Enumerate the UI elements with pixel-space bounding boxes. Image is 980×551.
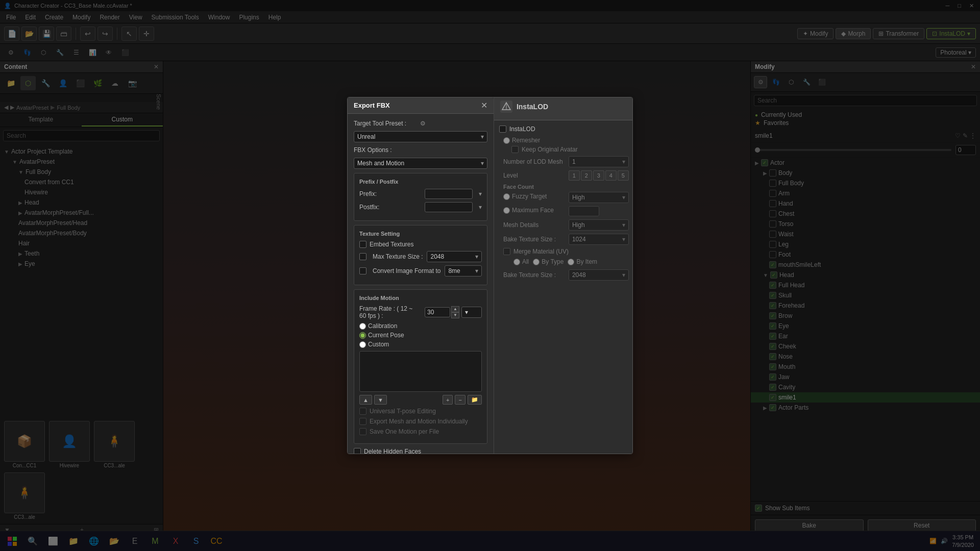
num-lod-value: 1	[572, 158, 576, 165]
save-one-motion-check[interactable]	[359, 428, 366, 435]
export-mesh-motion-label: Export Mesh and Motion Individually	[370, 418, 468, 425]
mesh-details-arrow: ▾	[622, 221, 625, 229]
export-mesh-motion-check[interactable]	[359, 418, 366, 425]
modal-left: Export FBX ✕ Target Tool Preset : ⚙ Unre…	[348, 97, 494, 454]
motion-folder-btn[interactable]: 📁	[468, 395, 482, 405]
embed-textures-check[interactable]	[359, 241, 366, 248]
convert-image-select[interactable]: 8me ▾	[445, 265, 482, 277]
current-pose-radio: Current Pose	[359, 332, 482, 339]
fuzzy-radio-input[interactable]	[503, 193, 510, 200]
bake-texture2-select[interactable]: 2048 ▾	[569, 269, 629, 281]
fuzzy-target-row: Fuzzy Target High ▾	[503, 192, 629, 203]
frame-rate-up[interactable]: ▲	[451, 306, 459, 312]
merge-type-radios: All By Type By Item	[503, 258, 629, 267]
custom-radio-label[interactable]: Custom	[368, 341, 389, 348]
postfix-dropdown-btn[interactable]: ▾	[479, 204, 482, 211]
convert-image-value: 8me	[448, 267, 460, 274]
target-preset-select-row: Unreal ▾	[354, 131, 487, 142]
instalod-logo-svg	[501, 102, 511, 112]
modal-close-btn[interactable]: ✕	[481, 101, 487, 110]
fuzzy-target-arrow: ▾	[622, 194, 625, 201]
face-count-label: Face Count	[503, 184, 629, 190]
remesher-radio-input[interactable]	[503, 137, 510, 144]
by-item-radio-label[interactable]: By Item	[576, 258, 597, 265]
frame-rate-down[interactable]: ▼	[451, 312, 459, 318]
save-one-motion-row: Save One Motion per File	[359, 428, 482, 435]
target-preset-select[interactable]: Unreal ▾	[354, 131, 487, 142]
level-btn-5[interactable]: 5	[618, 170, 629, 181]
frame-rate-input[interactable]	[425, 307, 450, 317]
prefix-dropdown-btn[interactable]: ▾	[479, 190, 482, 197]
gear-icon[interactable]: ⚙	[420, 120, 426, 127]
calibration-radio-input[interactable]	[359, 323, 366, 330]
motion-up-btn[interactable]: ▲	[359, 395, 372, 405]
prefix-postfix-title: Prefix / Postfix	[359, 179, 482, 185]
convert-image-arrow: ▾	[475, 267, 478, 274]
embed-textures-label: Embed Textures	[370, 241, 414, 248]
by-type-radio-label[interactable]: By Type	[542, 258, 564, 265]
frame-rate-row: Frame Rate : ( 12 ~ 60 fps ) : ▲ ▼ ▾	[359, 305, 482, 319]
fbx-options-select-row: Mesh and Motion ▾	[354, 158, 487, 169]
num-lod-row: Number of LOD Mesh 1 ▾	[503, 156, 629, 167]
remesher-radio: Remesher	[503, 137, 629, 144]
fuzzy-target-select[interactable]: High ▾	[569, 192, 629, 203]
all-radio-input[interactable]	[513, 259, 520, 265]
instalod-main-check[interactable]	[499, 126, 506, 133]
max-texture-check[interactable]	[359, 253, 366, 260]
all-radio-label[interactable]: All	[522, 258, 529, 265]
texture-section: Texture Setting Embed Textures Max Textu…	[354, 225, 487, 285]
fbx-options-select[interactable]: Mesh and Motion ▾	[354, 158, 487, 169]
level-btn-2[interactable]: 2	[581, 170, 592, 181]
all-radio: All	[513, 258, 529, 265]
level-label: Level	[503, 172, 565, 179]
merge-material-label: Merge Material (UV)	[513, 248, 569, 255]
frame-rate-unit-select[interactable]: ▾	[461, 307, 482, 318]
universal-pose-row: Universal T-pose Editing	[359, 408, 482, 415]
level-btn-1[interactable]: 1	[569, 170, 580, 181]
max-texture-label: Max Texture Size :	[373, 253, 423, 260]
current-pose-radio-input[interactable]	[359, 332, 366, 339]
modal-right: InstaLOD InstaLOD Remesher	[494, 97, 633, 454]
max-texture-row: Max Texture Size : 2048 ▾	[359, 251, 482, 262]
fbx-options-value: Mesh and Motion	[357, 160, 404, 167]
fuzzy-target-radio-row: Fuzzy Target	[503, 193, 565, 200]
motion-remove-btn[interactable]: −	[455, 395, 465, 405]
mesh-details-value: High	[572, 221, 585, 229]
motion-section: Include Motion Frame Rate : ( 12 ~ 60 fp…	[354, 289, 487, 444]
motion-add-btn[interactable]: +	[443, 395, 453, 405]
postfix-input[interactable]	[425, 202, 473, 212]
num-lod-select[interactable]: 1 ▾	[569, 156, 629, 167]
custom-radio-input[interactable]	[359, 341, 366, 348]
universal-pose-check[interactable]	[359, 408, 366, 415]
instalod-main-label: InstaLOD	[509, 126, 535, 133]
bake-texture-select[interactable]: 1024 ▾	[569, 234, 629, 245]
custom-radio: Custom	[359, 341, 482, 348]
merge-material-check[interactable]	[503, 248, 510, 255]
prefix-label: Prefix:	[359, 190, 421, 197]
by-item-radio-input[interactable]	[568, 259, 574, 265]
calibration-radio-label[interactable]: Calibration	[368, 322, 397, 330]
current-pose-radio-label[interactable]: Current Pose	[368, 332, 404, 339]
num-lod-label: Number of LOD Mesh	[503, 158, 565, 165]
fbx-options-label-row: FBX Options :	[354, 146, 487, 154]
remesher-radio-label[interactable]: Remesher	[512, 137, 540, 144]
max-face-radio-label[interactable]: Maximum Face	[512, 207, 554, 214]
max-texture-select[interactable]: 2048 ▾	[427, 251, 481, 262]
mesh-details-select[interactable]: High ▾	[569, 219, 629, 231]
convert-image-row: Convert Image Format to 8me ▾	[359, 265, 482, 277]
level-btn-3[interactable]: 3	[593, 170, 604, 181]
fuzzy-radio-label[interactable]: Fuzzy Target	[512, 193, 547, 200]
level-btn-4[interactable]: 4	[605, 170, 617, 181]
convert-image-check[interactable]	[359, 267, 366, 274]
bake-texture2-value: 2048	[572, 271, 586, 279]
keep-original-check[interactable]	[511, 146, 519, 153]
num-lod-arrow: ▾	[622, 158, 625, 165]
modal-title: Export FBX	[354, 102, 390, 109]
delete-hidden-check[interactable]	[354, 448, 361, 454]
by-type-radio-input[interactable]	[533, 259, 540, 265]
prefix-input[interactable]	[425, 189, 473, 199]
motion-down-btn[interactable]: ▼	[374, 395, 387, 405]
max-face-radio-input[interactable]	[503, 207, 510, 214]
max-face-input[interactable]	[569, 206, 599, 216]
frame-rate-label: Frame Rate : ( 12 ~ 60 fps ) :	[359, 305, 421, 319]
